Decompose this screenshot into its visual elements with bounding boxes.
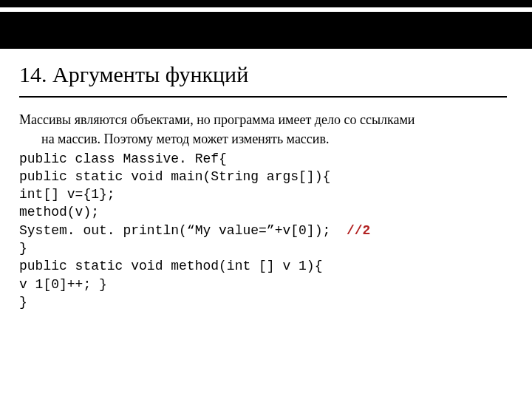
code-line-7: public static void method(int [] v 1){ bbox=[19, 257, 513, 275]
code-line-2: public static void main(String args[]){ bbox=[19, 168, 513, 185]
code-comment: //2 bbox=[347, 223, 370, 238]
code-line-6: } bbox=[19, 239, 513, 257]
code-line-8: v 1[0]++; } bbox=[19, 276, 513, 293]
code-line-9: } bbox=[19, 293, 513, 311]
code-line-1: public class Massive. Ref{ bbox=[19, 150, 513, 168]
top-stripe-2 bbox=[0, 12, 532, 49]
code-line-5: System. out. println(“My value=”+v[0]); … bbox=[19, 222, 513, 239]
code-line-4: method(v); bbox=[19, 203, 513, 221]
slide: 14. Аргументы функций Массивы являются о… bbox=[0, 0, 532, 399]
code-line-5a: System. out. println(“My value=”+v[0]); bbox=[19, 223, 347, 238]
top-stripe-1 bbox=[0, 0, 532, 7]
slide-body: Массивы являются объектами, но программа… bbox=[0, 111, 532, 311]
title-underline bbox=[19, 96, 507, 98]
intro-text-line2: на массив. Поэтому метод может изменять … bbox=[19, 130, 513, 148]
code-line-3: int[] v={1}; bbox=[19, 185, 513, 203]
intro-text-line1: Массивы являются объектами, но программа… bbox=[19, 111, 513, 129]
slide-title: 14. Аргументы функций bbox=[19, 62, 513, 87]
title-area: 14. Аргументы функций bbox=[0, 49, 532, 93]
